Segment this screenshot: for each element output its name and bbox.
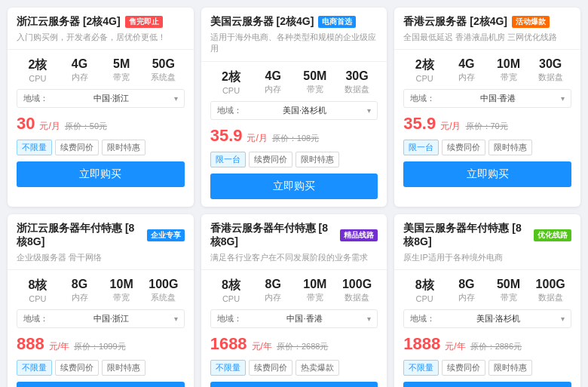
spec-value-0: 8核	[403, 278, 446, 293]
tag-1[interactable]: 续费同价	[55, 140, 99, 155]
spec-label-3: 数据盘	[529, 72, 571, 83]
buy-button[interactable]: 立即购买	[403, 382, 571, 387]
spec-label-2: 带宽	[488, 72, 530, 83]
price-unit: 元/月	[39, 120, 60, 133]
spec-label-3: 系统盘	[142, 72, 185, 83]
spec-label-1: 内存	[446, 72, 488, 83]
tag-2[interactable]: 限时特惠	[488, 140, 532, 155]
region-label: 地域：	[23, 313, 48, 324]
price-row: 1888 元/年 原价：2886元	[403, 334, 571, 354]
region-value: 中国·浙江	[93, 313, 129, 324]
action-row: 不限量续费同价限时特惠	[403, 360, 571, 376]
title-text: 美国云服务器 [2核4G]	[210, 15, 314, 29]
tag-2[interactable]: 限时特惠	[102, 140, 145, 155]
card-6: 美国云服务器年付特惠 [8核8G] 优化线路 原生IP适用于各种境外电商 8核 …	[394, 214, 580, 387]
tag-2[interactable]: 热卖爆款	[296, 360, 339, 376]
tag-1[interactable]: 续费同价	[442, 140, 485, 155]
badge: 售完即止	[125, 16, 163, 28]
spec-item-1: 8G 内存	[446, 278, 488, 303]
card-5: 香港云服务器年付特惠 [8核8G] 精品线路 满足各行业客户在不同发展阶段的业务…	[201, 214, 387, 387]
spec-item-2: 5M 带宽	[100, 57, 142, 83]
price-current: 35.9	[403, 114, 436, 134]
card-3: 香港云服务器 [2核4G] 活动爆款 全国最低延迟 香港液晶机房 三网优化线路 …	[394, 8, 580, 207]
region-row[interactable]: 地域： 美国·洛杉机 ▾	[403, 309, 571, 328]
tag-0[interactable]: 不限量	[17, 360, 52, 376]
region-row[interactable]: 地域： 中国·香港 ▾	[403, 89, 571, 108]
badge: 优化线路	[534, 229, 571, 241]
spec-value-3: 30G	[529, 57, 571, 71]
card-4: 浙江云服务器年付特惠 [8核8G] 企业专享 企业级服务器 骨干网络 8核 CP…	[8, 214, 194, 387]
region-row[interactable]: 地域： 中国·浙江 ▾	[17, 309, 185, 328]
spec-value-2: 5M	[100, 57, 142, 71]
badge: 企业专享	[147, 229, 185, 241]
tag-1[interactable]: 续费同价	[442, 360, 485, 376]
spec-label-2: 带宽	[100, 72, 142, 83]
card-header: 美国云服务器年付特惠 [8核8G] 优化线路 原生IP适用于各种境外电商	[394, 214, 580, 270]
spec-label-2: 带宽	[100, 292, 142, 303]
spec-label-0: CPU	[210, 294, 253, 303]
spec-value-0: 8核	[17, 278, 59, 293]
tag-2[interactable]: 限时特惠	[102, 360, 145, 376]
card-body: 8核 CPU 8G 内存 10M 带宽 100G 系统盘 地域： 中国·浙江 ▾…	[8, 270, 194, 387]
spec-item-2: 10M 带宽	[294, 278, 336, 303]
region-label: 地域：	[410, 313, 435, 324]
badge: 电商首选	[318, 16, 356, 28]
price-current: 1688	[210, 334, 247, 354]
action-row: 不限量续费同价热卖爆款	[210, 360, 378, 376]
buy-button[interactable]: 立即购买	[210, 382, 378, 387]
price-original: 原价：70元	[466, 121, 508, 132]
spec-value-0: 2核	[403, 57, 446, 73]
region-row[interactable]: 地域： 美国·洛杉机 ▾	[210, 101, 378, 120]
price-row: 888 元/年 原价：1099元	[17, 334, 185, 354]
region-row[interactable]: 地域： 中国·香港 ▾	[210, 309, 378, 328]
card-body: 8核 CPU 8G 内存 50M 带宽 100G 数据盘 地域： 美国·洛杉机 …	[394, 270, 580, 387]
action-row: 限一台续费同价限时特惠	[403, 140, 571, 155]
price-row: 35.9 元/月 原价：70元	[403, 114, 571, 134]
spec-label-0: CPU	[17, 294, 59, 303]
price-original: 原价：2688元	[277, 341, 328, 352]
tag-1[interactable]: 续费同价	[55, 360, 99, 376]
spec-label-3: 系统盘	[142, 292, 185, 303]
action-row: 不限量续费同价限时特惠	[17, 140, 185, 155]
chevron-down-icon: ▾	[561, 315, 565, 323]
card-body: 2核 CPU 4G 内存 5M 带宽 50G 系统盘 地域： 中国·浙江 ▾ 3…	[8, 50, 194, 195]
spec-item-3: 30G 数据盘	[336, 69, 378, 95]
tag-1[interactable]: 续费同价	[249, 152, 292, 167]
card-1: 浙江云服务器 [2核4G] 售完即止 入门购买例，开发者必备，居优价更低！ 2核…	[8, 8, 194, 207]
spec-value-1: 4G	[446, 57, 488, 71]
spec-value-3: 30G	[336, 69, 378, 83]
price-original: 原价：1099元	[74, 341, 125, 352]
tag-2[interactable]: 限时特惠	[296, 152, 339, 167]
card-body: 2核 CPU 4G 内存 50M 带宽 30G 数据盘 地域： 美国·洛杉机 ▾…	[201, 62, 387, 207]
buy-button[interactable]: 立即购买	[17, 382, 185, 387]
chevron-down-icon: ▾	[561, 94, 565, 103]
badge: 精品线路	[340, 229, 378, 241]
tag-0[interactable]: 不限量	[210, 360, 246, 376]
chevron-down-icon: ▾	[174, 94, 178, 103]
buy-button[interactable]: 立即购买	[403, 161, 571, 187]
specs-row: 2核 CPU 4G 内存 10M 带宽 30G 数据盘	[403, 57, 571, 83]
card-desc: 全国最低延迟 香港液晶机房 三网优化线路	[403, 32, 571, 43]
spec-item-3: 50G 系统盘	[142, 57, 185, 83]
tag-1[interactable]: 续费同价	[249, 360, 292, 376]
card-desc: 满足各行业客户在不同发展阶段的业务需求	[210, 252, 378, 263]
tag-0[interactable]: 不限量	[17, 140, 52, 155]
tag-0[interactable]: 不限量	[403, 360, 439, 376]
chevron-down-icon: ▾	[367, 315, 371, 323]
buy-button[interactable]: 立即购买	[17, 161, 185, 187]
tag-0[interactable]: 限一台	[403, 140, 439, 155]
title-text: 香港云服务器 [2核4G]	[403, 15, 507, 29]
tag-2[interactable]: 限时特惠	[488, 360, 532, 376]
spec-item-1: 4G 内存	[252, 69, 294, 95]
spec-value-1: 8G	[59, 278, 101, 291]
card-title: 香港云服务器 [2核4G] 活动爆款	[403, 15, 571, 29]
buy-button[interactable]: 立即购买	[210, 174, 378, 199]
tag-0[interactable]: 限一台	[210, 152, 246, 167]
card-header: 美国云服务器 [2核4G] 电商首选 适用于海外电商、各种类型和规模的企业级应用	[201, 8, 387, 62]
spec-value-0: 2核	[210, 69, 253, 85]
price-unit: 元/年	[445, 340, 465, 353]
region-row[interactable]: 地域： 中国·浙江 ▾	[17, 89, 185, 108]
spec-label-2: 带宽	[294, 84, 336, 95]
card-title: 美国云服务器 [2核4G] 电商首选	[210, 15, 378, 29]
price-original: 原价：2886元	[470, 341, 522, 352]
